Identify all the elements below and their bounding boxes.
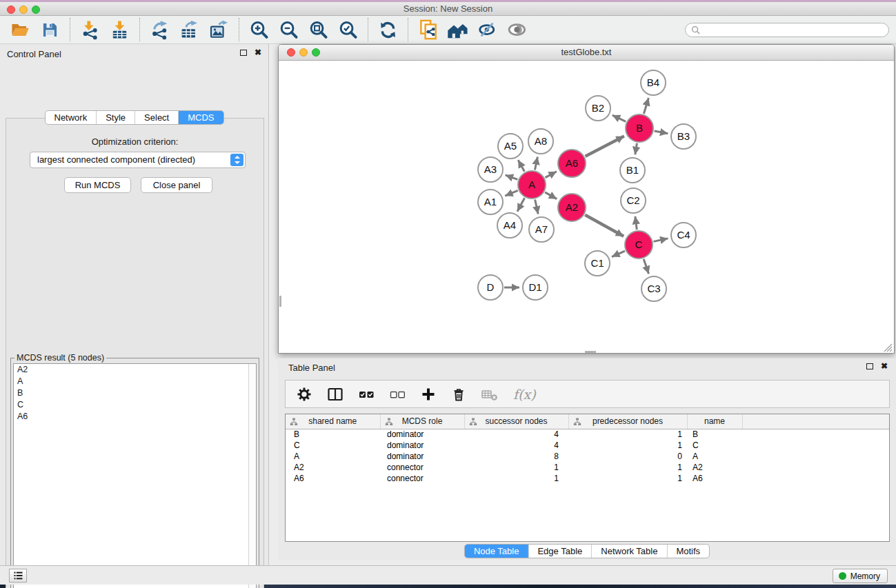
memory-button[interactable]: Memory [833,569,888,583]
float-panel-icon[interactable] [240,50,247,56]
node-B2[interactable]: B2 [586,96,610,121]
edge-A-A6[interactable] [545,172,557,178]
node-A1[interactable]: A1 [478,190,503,214]
resize-grip-icon[interactable] [884,343,893,352]
column-header-shared-name[interactable]: shared name [286,414,380,429]
run-mcds-button[interactable]: Run MCDS [64,177,131,193]
hide-graphics-details-button[interactable] [472,17,502,42]
close-table-panel-icon[interactable]: ✖ [881,363,888,369]
result-item[interactable]: A2 [14,364,256,376]
node-A7[interactable]: A7 [529,217,554,242]
node-D1[interactable]: D1 [523,275,548,300]
table-row[interactable]: A2connector11A2 [286,462,889,473]
horizontal-scroll-indicator[interactable] [585,351,596,353]
table-row[interactable]: A6connector11A6 [286,473,889,484]
tab-network-table[interactable]: Network Table [591,545,666,558]
tab-network[interactable]: Network [45,111,96,124]
deselect-all-checkboxes-icon[interactable] [390,387,406,402]
zoom-in-button[interactable] [244,17,274,42]
edge-A2-C[interactable] [585,215,624,236]
cybrowser-home-button[interactable] [443,17,472,42]
import-table-button[interactable] [105,17,135,42]
new-network-from-selection-button[interactable] [413,17,443,42]
tab-style[interactable]: Style [96,111,135,124]
delete-table-icon[interactable] [481,387,498,402]
result-item[interactable]: C [14,399,256,411]
panel-menu-button[interactable] [9,569,27,582]
table-row[interactable]: Adominator80A [286,451,889,462]
node-C4[interactable]: C4 [671,223,696,247]
column-header-predecessor-nodes[interactable]: predecessor nodes [568,414,687,429]
edge-A-A3[interactable] [506,175,518,180]
column-header-name[interactable]: name [687,414,742,429]
column-header-spacer[interactable] [742,414,889,429]
delete-row-icon[interactable] [451,387,466,402]
node-C[interactable]: C [625,231,653,258]
tab-node-table[interactable]: Node Table [465,545,528,558]
criterion-dropdown[interactable]: largest connected component (directed) [30,152,246,168]
node-B4[interactable]: B4 [641,70,666,95]
open-file-button[interactable] [6,17,35,42]
tab-mcds[interactable]: MCDS [178,111,223,124]
result-item[interactable]: A [14,376,256,387]
search-input[interactable] [704,25,883,34]
close-panel-button[interactable]: Close panel [141,177,212,193]
edge-A-A2[interactable] [545,192,557,199]
function-builder-icon[interactable]: f(x) [513,387,536,402]
network-close-button[interactable] [287,48,295,57]
zoom-fit-button[interactable] [303,17,333,42]
node-A5[interactable]: A5 [498,134,523,159]
edge-B-B2[interactable] [613,115,626,121]
edge-C-C3[interactable] [644,259,648,274]
edge-B-B3[interactable] [655,131,668,134]
table-row[interactable]: Cdominator41C [286,440,889,451]
add-row-icon[interactable] [421,387,436,402]
show-columns-icon[interactable] [327,387,344,402]
tab-edge-table[interactable]: Edge Table [528,545,591,558]
zoom-out-button[interactable] [274,17,303,42]
refresh-button[interactable] [373,17,403,42]
column-header-successor-nodes[interactable]: successor nodes [464,414,568,429]
result-item[interactable]: A6 [14,411,256,423]
edge-A-A8[interactable] [535,157,537,170]
import-network-button[interactable] [75,17,105,42]
birds-eye-view-button[interactable] [502,17,532,42]
result-scrollbar[interactable] [248,364,256,588]
network-maximize-button[interactable] [312,48,320,57]
node-A2[interactable]: A2 [558,194,586,221]
table-settings-gear-icon[interactable] [297,387,312,402]
network-minimize-button[interactable] [299,48,308,57]
node-A8[interactable]: A8 [528,129,553,154]
tab-motifs[interactable]: Motifs [666,545,709,558]
edge-B-B4[interactable] [644,98,648,114]
vertical-scroll-indicator[interactable] [279,296,281,307]
node-B[interactable]: B [626,114,653,142]
node-C2[interactable]: C2 [621,188,646,213]
edge-C-C2[interactable] [635,216,637,230]
node-A3[interactable]: A3 [478,157,503,182]
node-B3[interactable]: B3 [671,124,696,149]
close-panel-icon[interactable]: ✖ [255,49,261,56]
edge-C-C4[interactable] [654,239,668,242]
float-table-panel-icon[interactable] [866,363,873,369]
tab-select[interactable]: Select [135,111,178,124]
select-all-checkboxes-icon[interactable] [359,387,375,402]
export-table-button[interactable] [175,17,204,42]
node-D[interactable]: D [478,275,503,300]
edge-C-C1[interactable] [612,251,625,257]
zoom-selected-button[interactable] [333,17,363,42]
column-header-mcds-role[interactable]: MCDS role [380,414,464,429]
edge-B-B1[interactable] [635,143,637,155]
table-row[interactable]: Bdominator41B [286,429,889,440]
network-window-titlebar[interactable]: testGlobe.txt [279,45,894,61]
node-C1[interactable]: C1 [585,251,610,276]
save-session-button[interactable] [35,17,65,42]
edge-A-A4[interactable] [517,198,525,211]
node-A[interactable]: A [518,171,546,199]
node-A6[interactable]: A6 [558,150,586,177]
search-box[interactable] [685,23,889,37]
node-A4[interactable]: A4 [497,213,522,238]
network-canvas[interactable]: B4B2BB3A5A8A6A3B1AA1C2A2A4A7C4CC1C3DD1 [279,61,893,353]
edge-A-A1[interactable] [505,190,517,196]
edge-A6-B[interactable] [586,136,624,156]
